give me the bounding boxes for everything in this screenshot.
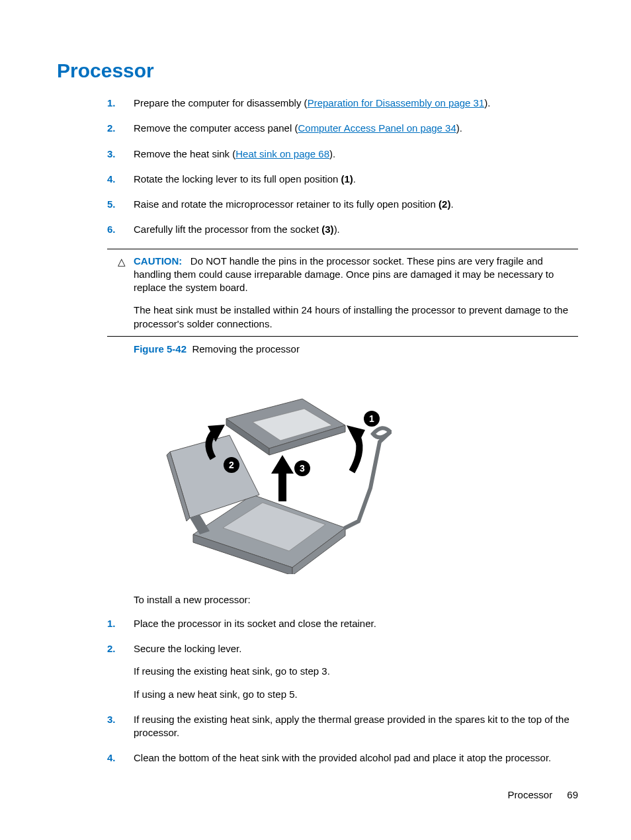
svg-text:3: 3 (300, 463, 305, 474)
step-text: Remove the computer access panel ( (134, 122, 298, 134)
figure-illustration: 1 2 3 (134, 362, 392, 574)
page-title: Processor (57, 60, 578, 82)
step-item: Place the processor in its socket and cl… (107, 617, 578, 630)
install-intro: To install a new processor: (107, 594, 578, 605)
step-text: Carefully lift the processor from the so… (134, 224, 321, 235)
caution-note: △ CAUTION: Do NOT handle the pins in the… (107, 249, 578, 337)
figure-label: Figure 5-42 (134, 343, 187, 355)
xref-link[interactable]: Computer Access Panel on page 34 (298, 122, 456, 134)
step-text: ). (329, 148, 335, 159)
step-item: Carefully lift the processor from the so… (107, 223, 578, 236)
svg-marker-6 (190, 515, 210, 534)
step-item: Rotate the locking lever to its full ope… (107, 173, 578, 186)
step-item: Remove the heat sink (Heat sink on page … (107, 147, 578, 161)
step-subtext: If using a new heat sink, go to step 5. (134, 688, 578, 701)
step-text: Place the processor in its socket and cl… (134, 618, 376, 629)
step-text: Remove the heat sink ( (134, 148, 235, 159)
xref-link[interactable]: Preparation for Disassembly on page 31 (308, 97, 485, 108)
step-item: Prepare the computer for disassembly (Pr… (107, 97, 578, 110)
step-text: Prepare the computer for disassembly ( (134, 97, 308, 108)
step-text: Clean the bottom of the heat sink with t… (134, 752, 551, 763)
step-text: ). (456, 122, 462, 134)
step-text: Secure the locking lever. (134, 643, 241, 654)
xref-link[interactable]: Heat sink on page 68 (235, 148, 329, 159)
step-text: Raise and rotate the microprocessor reta… (134, 198, 439, 210)
step-item: If reusing the existing heat sink, apply… (107, 713, 578, 740)
install-steps-list: Place the processor in its socket and cl… (107, 617, 578, 765)
callout-ref: (2) (439, 198, 450, 210)
caution-text: Do NOT handle the pins in the processor … (134, 255, 554, 294)
svg-text:2: 2 (229, 460, 234, 470)
step-subtext: If reusing the existing heat sink, go to… (134, 665, 578, 678)
step-item: Remove the computer access panel (Comput… (107, 122, 578, 135)
figure-title: Removing the processor (192, 343, 300, 355)
page-footer: Processor 69 (508, 789, 578, 800)
step-text: If reusing the existing heat sink, apply… (134, 714, 569, 738)
removal-steps-list: Prepare the computer for disassembly (Pr… (107, 97, 578, 237)
step-text: ). (334, 224, 340, 235)
caution-triangle-icon: △ (118, 255, 126, 269)
figure-caption: Figure 5-42 Removing the processor (134, 343, 578, 355)
footer-page-number: 69 (567, 789, 578, 800)
callout-ref: (1) (341, 173, 353, 185)
step-item: Raise and rotate the microprocessor reta… (107, 198, 578, 211)
step-item: Clean the bottom of the heat sink with t… (107, 751, 578, 765)
step-text: . (450, 198, 453, 210)
step-text: Rotate the locking lever to its full ope… (134, 173, 341, 185)
caution-label: CAUTION: (134, 255, 182, 267)
step-text: . (353, 173, 356, 185)
footer-section: Processor (508, 789, 553, 800)
step-text: ). (484, 97, 490, 108)
caution-text: The heat sink must be installed within 2… (134, 304, 578, 331)
step-item: Secure the locking lever. If reusing the… (107, 642, 578, 701)
svg-text:1: 1 (369, 413, 374, 424)
svg-marker-11 (271, 455, 294, 474)
callout-ref: (3) (321, 224, 333, 235)
